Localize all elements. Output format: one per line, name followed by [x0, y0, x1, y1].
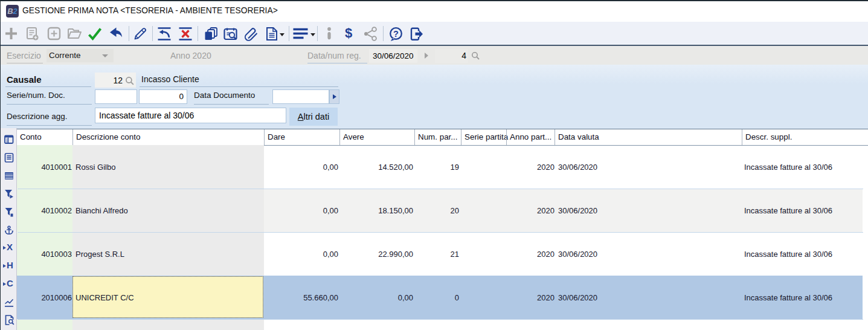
- svg-text:?: ?: [393, 29, 399, 39]
